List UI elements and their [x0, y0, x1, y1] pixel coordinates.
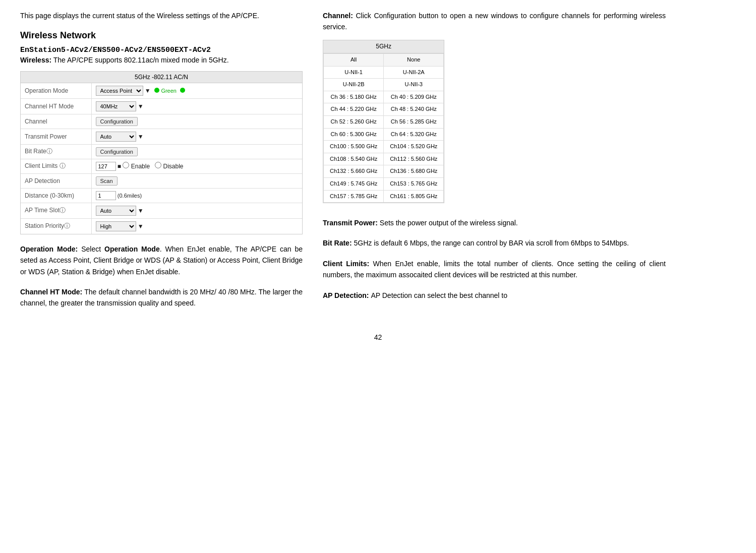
bit-rate-param-title: Bit Rate:: [323, 239, 354, 247]
settings-table: Operation Mode Access Point ▼ Green Chan…: [21, 83, 302, 234]
channel-136[interactable]: Ch136 : 5.680 GHz: [384, 165, 444, 178]
label-ap-detection: AP Detection: [21, 173, 91, 188]
distance-input[interactable]: [96, 191, 116, 200]
table-row: Client Limits ⓘ ■ Enable Disable: [21, 159, 302, 173]
client-limits-param: Client Limits: When EnJet enable, limits…: [323, 258, 666, 281]
channel-ht-mode-select[interactable]: 40MHz: [96, 101, 136, 111]
enable-radio[interactable]: [123, 162, 129, 168]
bit-rate-param: Bit Rate: 5GHz is default 6 Mbps, the ra…: [323, 237, 666, 249]
value-client-limits: ■ Enable Disable: [91, 159, 302, 173]
channel-row: Ch 52 : 5.260 GHz Ch 56 : 5.285 GHz: [324, 115, 444, 128]
wireless-text: The AP/CPE supports 802.11ac/n mixed mod…: [51, 56, 228, 64]
ap-detection-param-text: AP Detection can select the best channel…: [371, 291, 507, 299]
ap-detection-param-title: AP Detection:: [323, 291, 371, 299]
label-channel: Channel: [21, 114, 91, 129]
station-priority-select[interactable]: High: [96, 221, 136, 231]
channel-ht-mode-param-title: Channel HT Mode:: [20, 288, 84, 296]
label-operation-mode: Operation Mode: [21, 83, 91, 99]
channel-48[interactable]: Ch 48 : 5.240 GHz: [384, 103, 444, 116]
settings-table-title: 5GHz -802.11 AC/N: [21, 72, 302, 83]
value-ap-detection: Scan: [91, 173, 302, 188]
channel-u-nii-1[interactable]: U-NII-1: [324, 66, 384, 79]
channel-161[interactable]: Ch161 : 5.805 GHz: [384, 190, 444, 203]
transmit-power-param: Transmit Power: Sets the power output of…: [323, 217, 666, 228]
channel-u-nii-2a[interactable]: U-NII-2A: [384, 66, 444, 79]
channel-param: Channel: Click Configuration button to o…: [323, 10, 666, 208]
green-status-dot: [154, 88, 159, 93]
channel-header-row: All None: [324, 53, 444, 66]
channel-table-container: 5GHz All None U-NII-1 U-NII-2A U-NII-2B: [323, 37, 666, 208]
enable-label: Enable: [123, 163, 150, 170]
operation-mode-select[interactable]: Access Point: [96, 86, 143, 96]
channel-52[interactable]: Ch 52 : 5.260 GHz: [324, 115, 384, 128]
channel-row: Ch100 : 5.500 GHz Ch104 : 5.520 GHz: [324, 141, 444, 153]
channel-row: Ch 44 : 5.220 GHz Ch 48 : 5.240 GHz: [324, 103, 444, 116]
label-bit-rate: Bit Rateⓘ: [21, 144, 91, 159]
label-client-limits: Client Limits ⓘ: [21, 159, 91, 173]
table-row: Distance (0-30km) (0.6miles): [21, 188, 302, 203]
channel-153[interactable]: Ch153 : 5.765 GHz: [384, 177, 444, 190]
transmit-power-select[interactable]: Auto: [96, 132, 136, 142]
value-operation-mode: Access Point ▼ Green: [91, 83, 302, 99]
label-channel-ht-mode: Channel HT Mode: [21, 98, 91, 114]
channel-all-btn[interactable]: All: [324, 53, 384, 66]
channel-u-nii-2b[interactable]: U-NII-2B: [324, 79, 384, 91]
page-container: This page displays the current status of…: [20, 10, 736, 318]
channel-108[interactable]: Ch108 : 5.540 GHz: [324, 153, 384, 165]
value-channel-ht-mode: 40MHz ▼: [91, 98, 302, 114]
right-column: Channel: Click Configuration button to o…: [323, 10, 666, 318]
operation-mode-param: Operation Mode: Select Operation Mode. W…: [20, 243, 303, 277]
channel-row: Ch 36 : 5.180 GHz Ch 40 : 5.209 GHz: [324, 91, 444, 103]
channel-157[interactable]: Ch157 : 5.785 GHz: [324, 190, 384, 203]
channel-60[interactable]: Ch 60 : 5.300 GHz: [324, 128, 384, 141]
bit-rate-config-button[interactable]: Configuration: [96, 147, 138, 156]
channel-149[interactable]: Ch149 : 5.745 GHz: [324, 177, 384, 190]
value-transmit-power: Auto ▼: [91, 129, 302, 144]
channel-44[interactable]: Ch 44 : 5.220 GHz: [324, 103, 384, 116]
channel-row: U-NII-1 U-NII-2A: [324, 66, 444, 79]
ap-time-slot-select[interactable]: Auto: [96, 206, 136, 216]
device-heading: EnStation5-ACv2/ENS500-ACv2/ENS500EXT-AC…: [20, 46, 303, 54]
value-bit-rate: Configuration: [91, 144, 302, 159]
label-distance: Distance (0-30km): [21, 188, 91, 203]
value-channel: Configuration: [91, 114, 302, 129]
intro-text: This page displays the current status of…: [20, 10, 303, 21]
channel-104[interactable]: Ch104 : 5.520 GHz: [384, 141, 444, 153]
green-label: Green: [161, 88, 177, 94]
settings-table-wrapper: 5GHz -802.11 AC/N Operation Mode Access …: [20, 71, 303, 234]
channel-row: Ch157 : 5.785 GHz Ch161 : 5.805 GHz: [324, 190, 444, 203]
client-limits-input[interactable]: [96, 162, 116, 171]
channel-132[interactable]: Ch132 : 5.660 GHz: [324, 165, 384, 178]
ap-detection-scan-button[interactable]: Scan: [96, 176, 118, 186]
channel-none-btn[interactable]: None: [384, 53, 444, 66]
channel-100[interactable]: Ch100 : 5.500 GHz: [324, 141, 384, 153]
channel-ht-mode-param: Channel HT Mode: The default channel ban…: [20, 286, 303, 309]
ap-detection-param: AP Detection: AP Detection can select th…: [323, 290, 666, 301]
value-station-priority: High ▼: [91, 218, 302, 234]
channel-row: Ch 60 : 5.300 GHz Ch 64 : 5.320 GHz: [324, 128, 444, 141]
channel-row: Ch132 : 5.660 GHz Ch136 : 5.680 GHz: [324, 165, 444, 178]
table-row: Bit Rateⓘ Configuration: [21, 144, 302, 159]
channel-36[interactable]: Ch 36 : 5.180 GHz: [324, 91, 384, 103]
label-ap-time-slot: AP Time Slotⓘ: [21, 203, 91, 218]
channel-u-nii-3[interactable]: U-NII-3: [384, 79, 444, 91]
label-transmit-power: Transmit Power: [21, 129, 91, 144]
channel-56[interactable]: Ch 56 : 5.285 GHz: [384, 115, 444, 128]
channel-param-text: Click Configuration button to open a new…: [323, 12, 666, 31]
channel-row: Ch149 : 5.745 GHz Ch153 : 5.765 GHz: [324, 177, 444, 190]
channel-row: Ch108 : 5.540 GHz Ch112 : 5.560 GHz: [324, 153, 444, 165]
client-limits-param-title: Client Limits:: [323, 260, 373, 268]
label-station-priority: Station Priorityⓘ: [21, 218, 91, 234]
value-distance: (0.6miles): [91, 188, 302, 203]
channel-40[interactable]: Ch 40 : 5.209 GHz: [384, 91, 444, 103]
channel-table-title: 5GHz: [323, 40, 444, 53]
operation-mode-param-title: Operation Mode:: [20, 245, 81, 253]
client-limits-param-text: When EnJet enable, limits the total numb…: [323, 260, 666, 279]
channel-112[interactable]: Ch112 : 5.560 GHz: [384, 153, 444, 165]
channel-64[interactable]: Ch 64 : 5.320 GHz: [384, 128, 444, 141]
disable-radio[interactable]: [155, 162, 161, 168]
channel-config-button[interactable]: Configuration: [96, 117, 138, 126]
wireless-network-heading: Wireless Network: [20, 30, 303, 41]
table-row: Operation Mode Access Point ▼ Green: [21, 83, 302, 99]
table-row: Channel HT Mode 40MHz ▼: [21, 98, 302, 114]
